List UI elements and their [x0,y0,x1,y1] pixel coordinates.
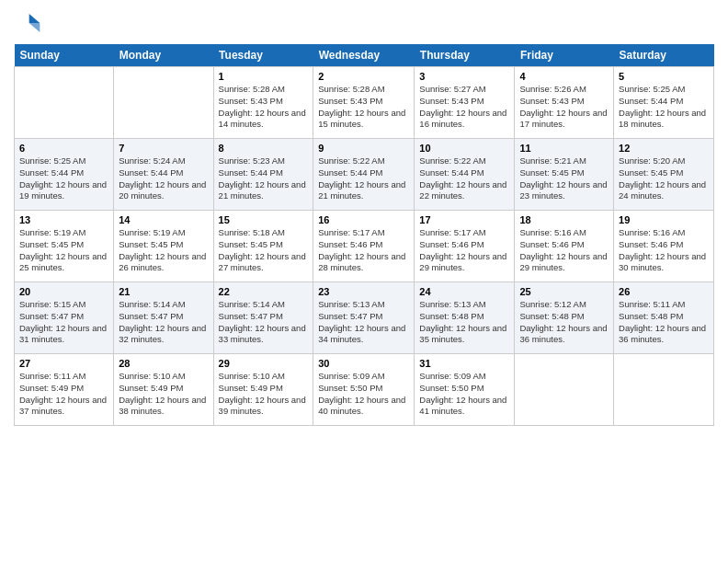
day-number: 29 [219,358,309,369]
calendar-cell: 10Sunrise: 5:22 AM Sunset: 5:44 PM Dayli… [415,139,515,211]
calendar-cell: 17Sunrise: 5:17 AM Sunset: 5:46 PM Dayli… [415,211,515,282]
day-number: 1 [219,71,309,82]
calendar-cell: 5Sunrise: 5:25 AM Sunset: 5:44 PM Daylig… [614,67,714,139]
day-info: Sunrise: 5:16 AM Sunset: 5:46 PM Dayligh… [519,227,609,274]
day-number: 14 [119,214,208,225]
calendar-cell: 3Sunrise: 5:27 AM Sunset: 5:43 PM Daylig… [415,67,515,139]
calendar-cell: 9Sunrise: 5:22 AM Sunset: 5:44 PM Daylig… [313,139,415,211]
day-number: 28 [119,358,208,369]
calendar-cell: 14Sunrise: 5:19 AM Sunset: 5:45 PM Dayli… [114,211,213,282]
weekday-header-monday: Monday [114,44,213,67]
calendar-cell: 26Sunrise: 5:11 AM Sunset: 5:48 PM Dayli… [614,282,714,354]
day-number: 13 [19,214,108,225]
day-info: Sunrise: 5:20 AM Sunset: 5:45 PM Dayligh… [619,155,709,202]
weekday-header-row: SundayMondayTuesdayWednesdayThursdayFrid… [15,44,714,67]
day-info: Sunrise: 5:27 AM Sunset: 5:43 PM Dayligh… [419,84,509,131]
day-info: Sunrise: 5:14 AM Sunset: 5:47 PM Dayligh… [119,299,208,346]
day-info: Sunrise: 5:28 AM Sunset: 5:43 PM Dayligh… [318,84,409,131]
day-number: 2 [318,71,409,82]
calendar-cell: 25Sunrise: 5:12 AM Sunset: 5:48 PM Dayli… [515,282,614,354]
calendar-cell: 30Sunrise: 5:09 AM Sunset: 5:50 PM Dayli… [313,354,415,426]
day-info: Sunrise: 5:14 AM Sunset: 5:47 PM Dayligh… [219,299,309,346]
weekday-header-friday: Friday [515,44,614,67]
day-number: 9 [318,143,409,154]
day-number: 7 [119,143,208,154]
day-number: 25 [519,286,609,297]
calendar-cell [114,67,213,139]
calendar-cell: 23Sunrise: 5:13 AM Sunset: 5:47 PM Dayli… [313,282,415,354]
day-number: 26 [619,286,709,297]
day-info: Sunrise: 5:09 AM Sunset: 5:50 PM Dayligh… [419,371,509,418]
weekday-header-wednesday: Wednesday [313,44,415,67]
weekday-header-saturday: Saturday [614,44,714,67]
day-number: 22 [219,286,309,297]
day-info: Sunrise: 5:17 AM Sunset: 5:46 PM Dayligh… [419,227,509,274]
calendar-week-row: 13Sunrise: 5:19 AM Sunset: 5:45 PM Dayli… [15,211,714,282]
calendar-cell: 2Sunrise: 5:28 AM Sunset: 5:43 PM Daylig… [313,67,415,139]
calendar-table: SundayMondayTuesdayWednesdayThursdayFrid… [14,44,714,426]
day-info: Sunrise: 5:24 AM Sunset: 5:44 PM Dayligh… [119,155,208,202]
day-number: 16 [318,214,409,225]
calendar-week-row: 27Sunrise: 5:11 AM Sunset: 5:49 PM Dayli… [15,354,714,426]
day-number: 24 [419,286,509,297]
day-info: Sunrise: 5:10 AM Sunset: 5:49 PM Dayligh… [119,371,208,418]
day-number: 10 [419,143,509,154]
header [14,9,714,37]
day-number: 8 [219,143,309,154]
day-number: 12 [619,143,709,154]
calendar-cell: 28Sunrise: 5:10 AM Sunset: 5:49 PM Dayli… [114,354,213,426]
calendar-cell: 1Sunrise: 5:28 AM Sunset: 5:43 PM Daylig… [213,67,313,139]
svg-marker-1 [29,23,40,32]
calendar-cell [515,354,614,426]
calendar-cell: 4Sunrise: 5:26 AM Sunset: 5:43 PM Daylig… [515,67,614,139]
day-number: 19 [619,214,709,225]
day-info: Sunrise: 5:22 AM Sunset: 5:44 PM Dayligh… [419,155,509,202]
calendar-cell: 29Sunrise: 5:10 AM Sunset: 5:49 PM Dayli… [213,354,313,426]
calendar-cell: 15Sunrise: 5:18 AM Sunset: 5:45 PM Dayli… [213,211,313,282]
day-number: 23 [318,286,409,297]
day-info: Sunrise: 5:15 AM Sunset: 5:47 PM Dayligh… [19,299,108,346]
calendar-cell: 13Sunrise: 5:19 AM Sunset: 5:45 PM Dayli… [15,211,114,282]
weekday-header-tuesday: Tuesday [213,44,313,67]
day-info: Sunrise: 5:19 AM Sunset: 5:45 PM Dayligh… [19,227,108,274]
calendar-cell: 31Sunrise: 5:09 AM Sunset: 5:50 PM Dayli… [415,354,515,426]
day-info: Sunrise: 5:25 AM Sunset: 5:44 PM Dayligh… [619,84,709,131]
calendar-cell: 19Sunrise: 5:16 AM Sunset: 5:46 PM Dayli… [614,211,714,282]
calendar-cell [15,67,114,139]
day-info: Sunrise: 5:18 AM Sunset: 5:45 PM Dayligh… [219,227,309,274]
day-info: Sunrise: 5:28 AM Sunset: 5:43 PM Dayligh… [219,84,309,131]
day-number: 31 [419,358,509,369]
day-info: Sunrise: 5:13 AM Sunset: 5:47 PM Dayligh… [318,299,409,346]
day-info: Sunrise: 5:16 AM Sunset: 5:46 PM Dayligh… [619,227,709,274]
page-container: SundayMondayTuesdayWednesdayThursdayFrid… [0,0,728,435]
logo [14,9,45,37]
day-number: 20 [19,286,108,297]
logo-icon [14,9,41,37]
day-info: Sunrise: 5:21 AM Sunset: 5:45 PM Dayligh… [519,155,609,202]
calendar-cell: 22Sunrise: 5:14 AM Sunset: 5:47 PM Dayli… [213,282,313,354]
day-info: Sunrise: 5:17 AM Sunset: 5:46 PM Dayligh… [318,227,409,274]
calendar-cell: 27Sunrise: 5:11 AM Sunset: 5:49 PM Dayli… [15,354,114,426]
calendar-week-row: 6Sunrise: 5:25 AM Sunset: 5:44 PM Daylig… [15,139,714,211]
calendar-cell [614,354,714,426]
day-number: 6 [19,143,108,154]
day-number: 27 [19,358,108,369]
day-info: Sunrise: 5:09 AM Sunset: 5:50 PM Dayligh… [318,371,409,418]
day-number: 17 [419,214,509,225]
weekday-header-thursday: Thursday [415,44,515,67]
calendar-cell: 7Sunrise: 5:24 AM Sunset: 5:44 PM Daylig… [114,139,213,211]
day-number: 3 [419,71,509,82]
day-info: Sunrise: 5:19 AM Sunset: 5:45 PM Dayligh… [119,227,208,274]
calendar-cell: 21Sunrise: 5:14 AM Sunset: 5:47 PM Dayli… [114,282,213,354]
calendar-week-row: 20Sunrise: 5:15 AM Sunset: 5:47 PM Dayli… [15,282,714,354]
calendar-cell: 24Sunrise: 5:13 AM Sunset: 5:48 PM Dayli… [415,282,515,354]
day-info: Sunrise: 5:11 AM Sunset: 5:48 PM Dayligh… [619,299,709,346]
day-number: 5 [619,71,709,82]
day-info: Sunrise: 5:26 AM Sunset: 5:43 PM Dayligh… [519,84,609,131]
calendar-cell: 16Sunrise: 5:17 AM Sunset: 5:46 PM Dayli… [313,211,415,282]
calendar-cell: 11Sunrise: 5:21 AM Sunset: 5:45 PM Dayli… [515,139,614,211]
calendar-cell: 18Sunrise: 5:16 AM Sunset: 5:46 PM Dayli… [515,211,614,282]
calendar-cell: 6Sunrise: 5:25 AM Sunset: 5:44 PM Daylig… [15,139,114,211]
day-info: Sunrise: 5:25 AM Sunset: 5:44 PM Dayligh… [19,155,108,202]
day-info: Sunrise: 5:11 AM Sunset: 5:49 PM Dayligh… [19,371,108,418]
